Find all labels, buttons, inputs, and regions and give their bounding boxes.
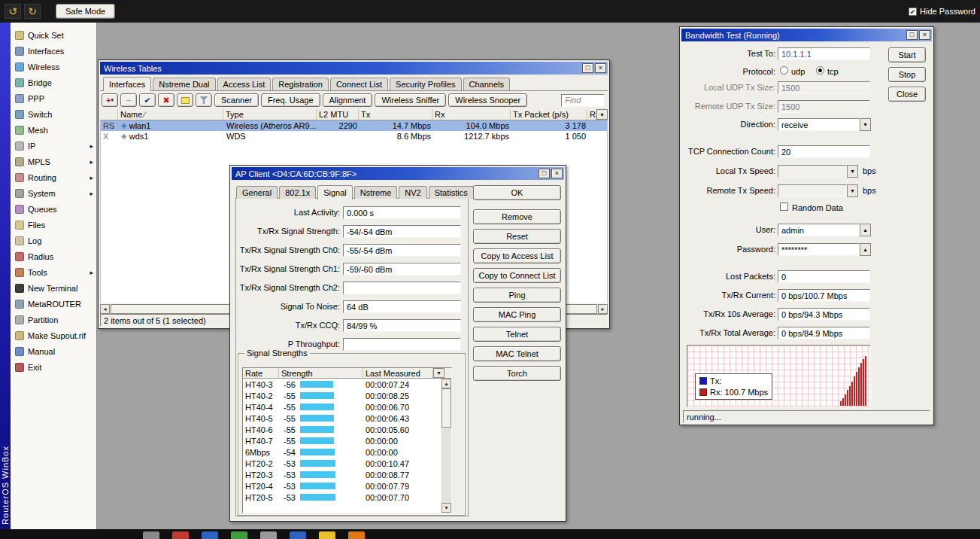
minimize-icon[interactable]: □ xyxy=(582,63,593,73)
sidebar-item-system[interactable]: System▸ xyxy=(11,185,96,201)
signal-strength-row[interactable]: HT40-3-5600:00:07.24 xyxy=(243,379,451,390)
random-data-checkbox[interactable] xyxy=(780,203,788,211)
mac-ping-button[interactable]: MAC Ping xyxy=(473,307,561,322)
signal-to-noise-input[interactable]: 64 dB xyxy=(343,300,461,313)
sidebar-item-mpls[interactable]: MPLS▸ xyxy=(11,154,96,169)
signal-strength-row[interactable]: HT40-5-5500:00:06.43 xyxy=(243,413,451,424)
close-icon[interactable]: × xyxy=(551,169,563,178)
scroll-right-icon[interactable]: ▸ xyxy=(598,304,608,314)
undo-icon[interactable]: ↺ xyxy=(5,4,21,19)
start-button[interactable]: Start xyxy=(888,47,926,62)
copy-to-access-list-button[interactable]: Copy to Access List xyxy=(473,248,561,263)
sidebar-item-partition[interactable]: Partition xyxy=(11,312,96,327)
tab-security-profiles[interactable]: Security Profiles xyxy=(390,78,461,90)
tx-rx-signal-strength-input[interactable]: -54/-54 dBm xyxy=(343,225,461,238)
signal-strength-row[interactable]: HT20-2-5300:00:10.47 xyxy=(243,458,451,469)
user-expand-icon[interactable]: ▴ xyxy=(860,224,871,236)
sidebar-item-mesh[interactable]: Mesh xyxy=(11,122,96,138)
sidebar-item-ppp[interactable]: PPP xyxy=(11,90,96,106)
wireless-table-row[interactable]: X◈wds1WDS8.6 Mbps1212.7 kbps1 050 xyxy=(101,131,607,142)
sidebar-item-quickset[interactable]: Quick Set xyxy=(11,27,96,43)
sidebar-item-wireless[interactable]: Wireless xyxy=(11,59,96,75)
test-to-input[interactable]: 10.1.1.1 xyxy=(778,47,870,60)
sidebar-item-radius[interactable]: Radius xyxy=(11,248,96,264)
comment-button[interactable] xyxy=(177,93,193,107)
wireless-table-row[interactable]: RS◈wlan1Wireless (Atheros AR9...229014.7… xyxy=(101,120,607,131)
taskbar-app-7[interactable] xyxy=(319,531,335,539)
filter-button[interactable] xyxy=(196,93,212,107)
tx-rx-ccq-input[interactable]: 84/99 % xyxy=(343,319,461,332)
tab-interfaces[interactable]: Interfaces xyxy=(103,77,151,91)
tab-general[interactable]: General xyxy=(236,186,278,199)
signal-strength-row[interactable]: HT40-4-5500:00:06.70 xyxy=(243,401,451,413)
sidebar-item-switch[interactable]: Switch xyxy=(11,106,96,122)
tab-connect-list[interactable]: Connect List xyxy=(330,78,388,90)
freq-usage-button[interactable]: Freq. Usage xyxy=(261,93,320,107)
column-header-tx-packet[interactable]: Tx Packet (p/s) xyxy=(511,109,587,120)
signal-column-header-last-measured[interactable]: Last Measured xyxy=(363,368,433,378)
sidebar-item-log[interactable]: Log xyxy=(11,233,96,248)
sidebar-item-tools[interactable]: Tools▸ xyxy=(11,264,96,280)
remote-udp-tx-size-input[interactable]: 1500 xyxy=(778,100,870,113)
tab-802-1x[interactable]: 802.1x xyxy=(279,186,316,199)
signal-column-header-rate[interactable]: Rate xyxy=(243,368,279,378)
direction-dropdown-icon[interactable]: ▾ xyxy=(860,118,871,131)
sidebar-item-manual[interactable]: Manual xyxy=(11,343,96,359)
column-header-rx[interactable]: Rx xyxy=(432,109,511,120)
disable-button[interactable]: ✖ xyxy=(158,93,174,107)
ap-client-titlebar[interactable]: AP Client <D4:CA:6D:CB:9F:8F> □ × xyxy=(232,167,564,180)
taskbar-app-6[interactable] xyxy=(290,531,306,539)
tcp-connection-count-input[interactable]: 20 xyxy=(778,145,870,158)
scroll-up-icon[interactable]: ▴ xyxy=(441,379,451,388)
redo-icon[interactable]: ↻ xyxy=(24,4,41,19)
signal-strength-row[interactable]: HT40-6-5500:00:05.60 xyxy=(243,424,451,435)
tab-nstreme-dual[interactable]: Nstreme Dual xyxy=(153,78,215,90)
password-expand-icon[interactable]: ▴ xyxy=(860,243,871,256)
signal-strength-row[interactable]: 6Mbps-5400:00:00 xyxy=(243,446,451,458)
signal-column-header-strength[interactable]: Strength xyxy=(279,368,363,378)
sidebar-item-bridge[interactable]: Bridge xyxy=(11,75,96,90)
scroll-thumb[interactable] xyxy=(441,388,451,428)
scanner-button[interactable]: Scanner xyxy=(214,93,259,107)
local-udp-tx-size-input[interactable]: 1500 xyxy=(778,81,870,94)
column-header-name[interactable]: Name∕ xyxy=(118,109,223,120)
sidebar-item-routing[interactable]: Routing▸ xyxy=(11,169,96,185)
remove-button[interactable]: Remove xyxy=(473,209,561,224)
torch-button[interactable]: Torch xyxy=(473,366,561,381)
protocol-udp-radio[interactable] xyxy=(780,66,788,75)
tab-nv2[interactable]: NV2 xyxy=(399,186,426,199)
column-chooser-icon[interactable]: ▾ xyxy=(596,109,608,120)
tx-rx-signal-strength-ch2-input[interactable] xyxy=(343,282,461,294)
signal-strength-row[interactable]: HT40-7-5500:00:00 xyxy=(243,435,451,446)
taskbar-app-8[interactable] xyxy=(348,531,365,539)
protocol-tcp-radio[interactable] xyxy=(816,66,824,75)
wireless-snooper-button[interactable]: Wireless Snooper xyxy=(448,93,527,107)
tab-registration[interactable]: Registration xyxy=(272,78,329,90)
column-header-type[interactable]: Type xyxy=(223,109,317,120)
copy-to-connect-list-button[interactable]: Copy to Connect List xyxy=(473,268,561,283)
taskbar-app-2[interactable] xyxy=(172,531,189,539)
alignment-button[interactable]: Alignment xyxy=(323,93,373,107)
column-header-flags[interactable] xyxy=(100,109,118,120)
tx-rx-signal-strength-ch0-input[interactable]: -55/-54 dBm xyxy=(343,244,461,257)
signal-strength-row[interactable]: HT40-2-5500:00:08.25 xyxy=(243,390,451,401)
scroll-down-icon[interactable]: ▾ xyxy=(441,503,451,513)
wireless-sniffer-button[interactable]: Wireless Sniffer xyxy=(375,93,446,107)
remote-tx-speed-dropdown-icon[interactable]: ▾ xyxy=(847,184,858,197)
sidebar-item-files[interactable]: Files xyxy=(11,217,96,233)
hide-password-checkbox[interactable]: ✔ xyxy=(909,8,917,16)
taskbar-app-4[interactable] xyxy=(231,531,247,539)
local-tx-speed-input[interactable] xyxy=(778,165,847,178)
p-throughput-input[interactable] xyxy=(343,338,461,351)
signal-strength-row[interactable]: HT20-5-5300:00:07.70 xyxy=(243,492,451,503)
vertical-scr​ollbar[interactable]: ▴ ▾ xyxy=(441,379,451,513)
minimize-icon[interactable]: □ xyxy=(906,30,918,40)
sidebar-item-terminal[interactable]: New Terminal xyxy=(11,280,96,296)
tab-statistics[interactable]: Statistics xyxy=(429,186,474,199)
ok-button[interactable]: OK xyxy=(473,185,561,200)
stop-button[interactable]: Stop xyxy=(888,67,926,82)
column-chooser-icon[interactable]: ▾ xyxy=(433,368,444,378)
signal-strength-row[interactable]: HT20-3-5300:00:08.77 xyxy=(243,469,451,480)
scroll-left-icon[interactable]: ◂ xyxy=(100,304,110,314)
bandwidth-test-titlebar[interactable]: Bandwidth Test (Running) □ × xyxy=(681,29,932,41)
